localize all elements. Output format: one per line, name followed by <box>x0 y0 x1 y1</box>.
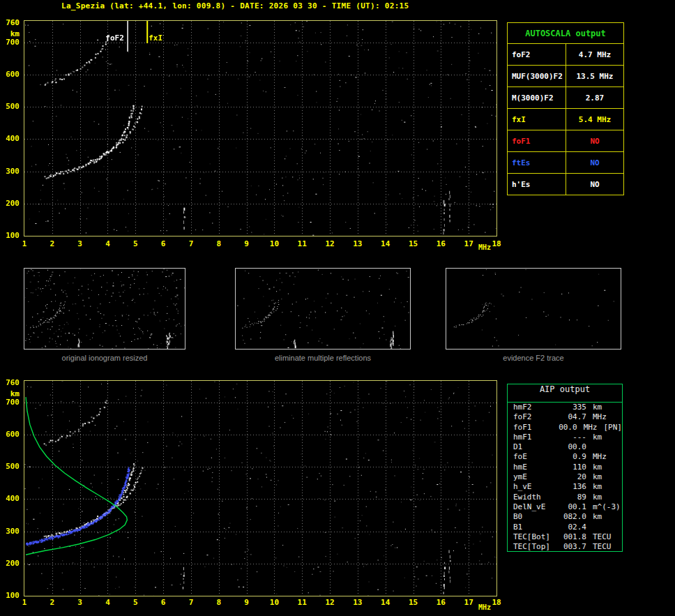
aip-row: TEC[Bot]001.8TECU <box>508 532 622 542</box>
x-tick-label: 18 <box>489 598 504 607</box>
aip-row: h_vE136km <box>508 482 622 492</box>
x-tick-label: 8 <box>211 598 227 607</box>
aip-row-label: B0 <box>513 512 555 522</box>
x-tick-label: 3 <box>73 598 88 607</box>
y-tick-label: 400 <box>0 134 20 143</box>
x-tick-label: 7 <box>183 239 199 248</box>
aip-row-value: 003.7 <box>555 542 586 552</box>
aip-row-value: 335 <box>555 403 586 412</box>
autoscala-output-table: AUTOSCALA output foF24.7 MHzMUF(3000)F21… <box>507 22 624 195</box>
autoscala-row-label: h'Es <box>508 174 566 195</box>
aip-row-label: TEC[Top] <box>513 542 555 552</box>
x-tick-label: 17 <box>461 598 476 607</box>
aip-row-value: 001.8 <box>555 532 586 542</box>
aip-row: TEC[Top]003.7TECU <box>508 542 622 552</box>
thumbnail-f2-trace-canvas <box>446 269 621 349</box>
aip-row-unit: TECU <box>593 542 612 552</box>
aip-row: foF204.7MHz <box>508 412 622 422</box>
y-tick-label: 760 <box>0 378 20 387</box>
autoscala-row: h'EsNO <box>508 173 623 195</box>
aip-row: hmE110km <box>508 463 622 472</box>
aip-row: B102.4 <box>508 523 622 532</box>
x-tick-label: 3 <box>73 239 88 248</box>
aip-row-value: 110 <box>555 463 586 472</box>
aip-row-label: ymE <box>513 472 555 482</box>
x-tick-label: 9 <box>239 239 255 248</box>
x-tick-label: 4 <box>100 239 115 248</box>
thumbnail-f2-trace <box>446 268 621 350</box>
aip-row-unit: m^(-3) <box>593 502 621 512</box>
aip-row: D100.0 <box>508 442 622 452</box>
aip-row-label: DelN_vE <box>513 502 555 512</box>
aip-row-label: hmE <box>513 463 555 472</box>
autoscala-row: ftEsNO <box>508 151 623 173</box>
aip-row-label: foE <box>513 452 555 462</box>
aip-row-unit: km <box>593 512 602 522</box>
aip-row-unit: km <box>593 472 602 482</box>
autoscala-table-title: AUTOSCALA output <box>508 23 623 43</box>
aip-row-label: foF1 <box>513 423 549 433</box>
aip-row-value: 0.9 <box>555 452 586 462</box>
aip-row-value: 136 <box>555 482 586 492</box>
aip-row: Ewidth89km <box>508 493 622 502</box>
aip-row: DelN_vE00.1m^(-3) <box>508 502 622 512</box>
page-title: La_Spezia (lat: +44.1, lon: 009.8) - DAT… <box>61 1 409 10</box>
aip-row-note: [PN] <box>604 423 623 433</box>
aip-row: foE0.9MHz <box>508 452 622 462</box>
y-tick-label: 600 <box>0 70 20 79</box>
x-tick-label: 16 <box>433 598 448 607</box>
x-tick-label: 13 <box>350 239 365 248</box>
autoscala-row: fxI5.4 MHz <box>508 108 623 130</box>
aip-table-title: AIP output <box>508 384 622 403</box>
autoscala-row: M(3000)F22.87 <box>508 87 623 108</box>
autoscala-screen: La_Spezia (lat: +44.1, lon: 009.8) - DAT… <box>0 0 675 616</box>
autoscala-table-rows: foF24.7 MHzMUF(3000)F213.5 MHzM(3000)F22… <box>508 43 623 195</box>
aip-row: hmF2335km <box>508 403 622 412</box>
autoscala-row: foF1NO <box>508 130 623 151</box>
thumbnail-no-multiples-canvas <box>236 269 410 349</box>
aip-row-unit: km <box>593 493 602 502</box>
x-tick-label: 12 <box>322 239 338 248</box>
thumbnail-no-multiples <box>235 268 411 350</box>
autoscala-row-value: NO <box>566 174 623 195</box>
aip-row-label: B1 <box>513 523 555 532</box>
x-tick-label: 1 <box>17 239 32 248</box>
aip-row-value: 20 <box>555 472 586 482</box>
autoscala-row-value: 5.4 MHz <box>566 109 623 130</box>
aip-row-label: foF2 <box>513 412 555 422</box>
x-tick-label: 16 <box>433 239 448 248</box>
thumbnail-caption-original: original ionogram resized <box>24 354 185 362</box>
aip-row-value: 00.1 <box>555 502 586 512</box>
x-tick-label: 1 <box>17 598 32 607</box>
autoscala-row-label: MUF(3000)F2 <box>508 66 566 87</box>
thumbnail-caption-f2-trace: evidence F2 trace <box>446 354 621 362</box>
x-tick-label: 4 <box>100 598 115 607</box>
x-tick-label: 8 <box>211 239 227 248</box>
x-tick-label: 10 <box>266 598 282 607</box>
autoscala-row-label: M(3000)F2 <box>508 87 566 108</box>
x-tick-label: 11 <box>294 239 310 248</box>
x-tick-label: 6 <box>156 598 171 607</box>
aip-row-unit: MHz <box>593 452 607 462</box>
autoscala-row-value: NO <box>566 130 623 151</box>
autoscala-row-label: fxI <box>508 109 566 130</box>
aip-row-value: --- <box>555 433 586 442</box>
y-tick-label: 500 <box>0 462 20 471</box>
aip-row-value: 00.0 <box>555 442 586 452</box>
autoscala-row-value: NO <box>566 152 623 173</box>
y-tick-label: 700 <box>0 398 20 407</box>
autoscala-row-value: 13.5 MHz <box>566 66 623 87</box>
ionogram-plot-top <box>24 20 497 236</box>
aip-row-label: hmF1 <box>513 433 555 442</box>
y-tick-label: 200 <box>0 559 20 568</box>
aip-row-unit: km <box>593 482 602 492</box>
y-tick-label: 600 <box>0 430 20 439</box>
ionogram-canvas-top <box>24 21 496 236</box>
aip-row-value: 04.7 <box>555 412 586 422</box>
y-tick-label: 300 <box>0 167 20 176</box>
aip-row: hmF1---km <box>508 433 622 442</box>
x-tick-label: 5 <box>128 598 143 607</box>
aip-row: ymE20km <box>508 472 622 482</box>
y-tick-label: 300 <box>0 527 20 536</box>
aip-output-table: AIP output hmF2335kmfoF204.7MHzfoF100.0M… <box>507 384 623 552</box>
